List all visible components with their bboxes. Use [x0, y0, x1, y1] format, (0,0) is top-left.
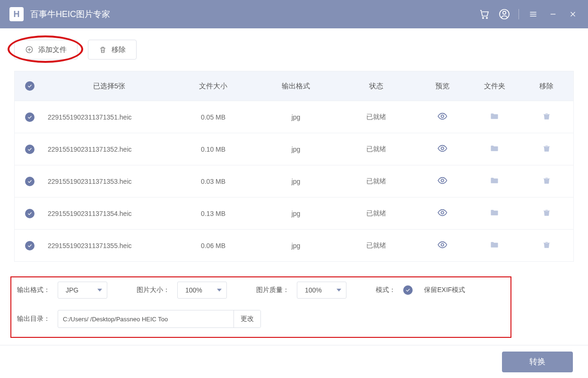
row-status: 已就绪 — [336, 241, 416, 250]
settings-panel: 输出格式： JPG 图片大小： 100% 图片质量： 100% 模式： 保留E — [14, 273, 574, 339]
convert-button[interactable]: 转换 — [502, 352, 573, 372]
row-status: 已就绪 — [336, 113, 416, 121]
row-format: jpg — [256, 178, 336, 185]
folder-icon[interactable] — [490, 176, 499, 185]
checkmark-icon — [25, 241, 35, 250]
row-check[interactable] — [15, 112, 48, 122]
image-quality-value: 100% — [305, 286, 322, 294]
row-filename: 2291551902311371352.heic — [48, 146, 171, 153]
preview-icon[interactable] — [437, 240, 448, 250]
output-format-label: 输出格式： — [17, 286, 50, 294]
mode-label: 模式： — [376, 286, 396, 294]
checkmark-icon — [25, 112, 35, 122]
add-file-button[interactable]: 添加文件 — [14, 40, 78, 60]
content-area: 添加文件 移除 已选择5张 文件大小 输出格式 状态 预览 文件夹 移除 — [0, 28, 588, 339]
remove-label: 移除 — [112, 45, 126, 54]
image-size-value: 100% — [185, 286, 202, 294]
remove-button[interactable]: 移除 — [88, 40, 137, 60]
row-status: 已就绪 — [336, 145, 416, 154]
delete-icon[interactable] — [542, 112, 551, 121]
preview-icon[interactable] — [437, 143, 448, 154]
col-status: 状态 — [336, 82, 416, 91]
svg-point-14 — [441, 147, 444, 150]
svg-point-0 — [483, 17, 484, 18]
image-quality-label: 图片质量： — [256, 286, 289, 294]
row-status: 已就绪 — [336, 177, 416, 186]
toolbar: 添加文件 移除 — [14, 40, 574, 60]
row-filename: 2291551902311371355.heic — [48, 242, 171, 249]
svg-point-16 — [441, 211, 444, 214]
row-format: jpg — [256, 210, 336, 217]
row-size: 0.06 MB — [171, 242, 256, 249]
delete-icon[interactable] — [542, 144, 551, 153]
table-row: 2291551902311371352.heic 0.10 MB jpg 已就绪 — [15, 133, 573, 165]
checkmark-icon — [25, 81, 35, 91]
table-row: 2291551902311371351.heic 0.05 MB jpg 已就绪 — [15, 101, 573, 133]
checkmark-icon — [25, 177, 35, 186]
svg-point-3 — [503, 11, 506, 14]
row-format: jpg — [256, 113, 336, 121]
change-dir-button[interactable]: 更改 — [233, 310, 260, 327]
cart-icon[interactable] — [479, 9, 490, 20]
app-logo: H — [9, 7, 24, 21]
col-preview: 预览 — [416, 82, 468, 91]
row-size: 0.03 MB — [171, 178, 256, 185]
col-remove: 移除 — [520, 82, 572, 91]
preview-icon[interactable] — [437, 207, 448, 218]
output-dir-label: 输出目录： — [17, 315, 50, 323]
chevron-down-icon — [97, 289, 102, 292]
footer: 转换 — [0, 345, 588, 378]
row-filename: 2291551902311371351.heic — [48, 113, 171, 121]
preview-icon[interactable] — [437, 111, 448, 121]
menu-icon[interactable] — [527, 9, 539, 20]
row-size: 0.13 MB — [171, 210, 256, 217]
app-title: 百事牛HEIC图片专家 — [30, 9, 479, 20]
mode-value: 保留EXIF模式 — [424, 286, 465, 294]
svg-point-13 — [441, 115, 444, 118]
delete-icon[interactable] — [542, 176, 551, 185]
chevron-down-icon — [337, 289, 341, 292]
folder-icon[interactable] — [490, 144, 499, 153]
mode-checkbox[interactable] — [403, 285, 413, 295]
row-check[interactable] — [15, 177, 48, 186]
svg-point-1 — [486, 17, 487, 18]
row-check[interactable] — [15, 209, 48, 218]
plus-circle-icon — [25, 45, 34, 54]
preview-icon[interactable] — [437, 175, 448, 186]
col-filesize: 文件大小 — [171, 82, 256, 91]
title-bar: H 百事牛HEIC图片专家 — [0, 0, 588, 28]
add-file-label: 添加文件 — [38, 45, 67, 54]
image-size-select[interactable]: 100% — [177, 282, 227, 299]
user-icon[interactable] — [499, 9, 510, 20]
chevron-down-icon — [217, 289, 222, 292]
title-bar-controls — [479, 9, 579, 20]
delete-icon[interactable] — [542, 208, 551, 217]
folder-icon[interactable] — [490, 112, 499, 121]
output-dir-input: C:/Users/ /Desktop/Passneo HEIC Too 更改 — [58, 310, 261, 328]
folder-icon[interactable] — [490, 208, 499, 217]
row-size: 0.10 MB — [171, 146, 256, 153]
checkmark-icon — [25, 209, 35, 218]
image-quality-select[interactable]: 100% — [297, 282, 346, 299]
row-filename: 2291551902311371354.heic — [48, 210, 171, 217]
svg-point-17 — [441, 243, 444, 246]
svg-point-15 — [441, 179, 444, 182]
checkmark-icon — [25, 145, 35, 154]
row-check[interactable] — [15, 145, 48, 154]
close-icon[interactable] — [567, 9, 579, 20]
col-folder: 文件夹 — [468, 82, 520, 91]
col-format: 输出格式 — [256, 82, 336, 91]
row-format: jpg — [256, 146, 336, 153]
col-selected: 已选择5张 — [48, 82, 171, 91]
output-format-select[interactable]: JPG — [58, 282, 107, 299]
folder-icon[interactable] — [490, 240, 499, 249]
row-check[interactable] — [15, 241, 48, 250]
output-format-value: JPG — [66, 286, 78, 294]
row-filename: 2291551902311371353.heic — [48, 178, 171, 185]
minimize-icon[interactable] — [547, 9, 559, 20]
table-row: 2291551902311371354.heic 0.13 MB jpg 已就绪 — [15, 197, 573, 229]
output-dir-value[interactable]: C:/Users/ /Desktop/Passneo HEIC Too — [58, 310, 233, 327]
delete-icon[interactable] — [542, 241, 551, 249]
select-all-cell[interactable] — [15, 81, 48, 91]
table-row: 2291551902311371355.heic 0.06 MB jpg 已就绪 — [15, 229, 573, 261]
